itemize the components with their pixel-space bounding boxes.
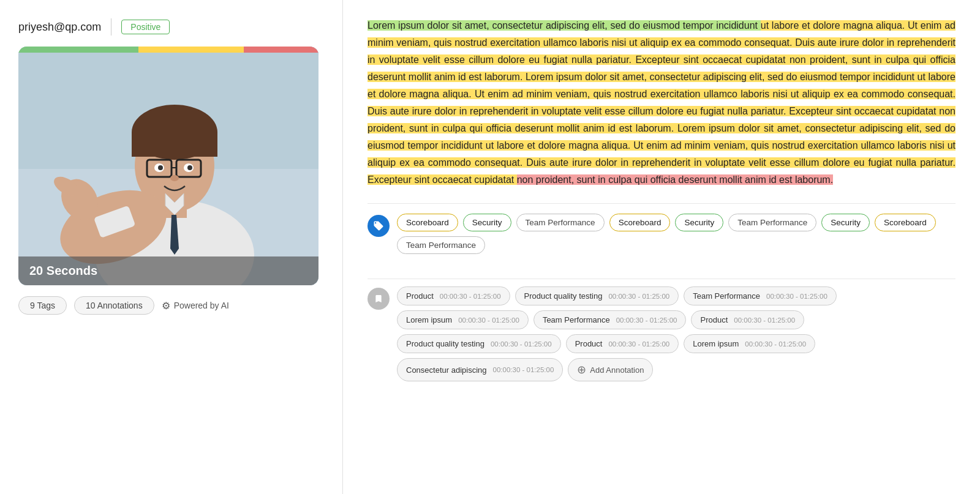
- annotation-chip-team-performance-1[interactable]: Team Performance 00:00:30 - 01:25:00: [684, 286, 837, 305]
- tags-section-icon: [368, 215, 390, 237]
- annotations-wrap: Product 00:00:30 - 01:25:00 Product qual…: [397, 286, 956, 381]
- header-row: priyesh@qp.com Positive: [18, 18, 324, 36]
- annotations-button[interactable]: 10 Annotations: [74, 296, 154, 315]
- add-icon: ⊕: [577, 363, 586, 376]
- ai-label: ⚙ Powered by AI: [162, 300, 229, 312]
- user-email: priyesh@qp.com: [18, 21, 101, 34]
- annotation-chip-lorem-ipsum-2[interactable]: Lorem ipsum 00:00:30 - 01:25:00: [684, 334, 815, 353]
- positive-badge[interactable]: Positive: [121, 20, 170, 34]
- svg-rect-6: [132, 132, 217, 157]
- tag-chip-scoreboard-1[interactable]: Scoreboard: [397, 214, 458, 231]
- annotations-section: Product 00:00:30 - 01:25:00 Product qual…: [368, 279, 956, 389]
- svg-point-13: [187, 165, 192, 170]
- tags-wrap: Scoreboard Security Team Performance Sco…: [397, 214, 956, 254]
- annotation-chip-product-quality-2[interactable]: Product quality testing 00:00:30 - 01:25…: [397, 334, 561, 353]
- tag-chip-scoreboard-3[interactable]: Scoreboard: [875, 214, 936, 231]
- color-segment-green: [18, 47, 138, 53]
- video-duration: 20 Seconds: [18, 256, 318, 285]
- text-block: Lorem ipsum dolor sit amet, consectetur …: [368, 17, 956, 189]
- tag-chip-team-performance-2[interactable]: Team Performance: [728, 214, 816, 231]
- highlight-yellow-text-2: Duis aute irure dolor in reprehenderit i…: [368, 37, 956, 185]
- annotation-chip-team-performance-2[interactable]: Team Performance 00:00:30 - 01:25:00: [533, 310, 687, 329]
- tags-button[interactable]: 9 Tags: [18, 296, 67, 315]
- tag-chip-security-3[interactable]: Security: [821, 214, 870, 231]
- svg-point-14: [170, 175, 179, 181]
- highlight-red-text: non proident, sunt in culpa qui officia …: [517, 174, 833, 185]
- tag-chip-scoreboard-2[interactable]: Scoreboard: [609, 214, 671, 231]
- tag-chip-team-performance-1[interactable]: Team Performance: [516, 214, 605, 231]
- annotation-chip-consectetur[interactable]: Consectetur adipiscing 00:00:30 - 01:25:…: [397, 358, 563, 381]
- color-segment-red: [244, 47, 319, 53]
- add-annotation-button[interactable]: ⊕ Add Annotation: [568, 358, 653, 381]
- vertical-divider: [111, 18, 111, 36]
- svg-point-12: [158, 165, 163, 170]
- annotation-chip-product-3[interactable]: Product 00:00:30 - 01:25:00: [566, 334, 679, 353]
- color-segment-yellow: [138, 47, 244, 53]
- annotation-chip-product-quality-1[interactable]: Product quality testing 00:00:30 - 01:25…: [515, 286, 679, 305]
- tag-chip-security-2[interactable]: Security: [675, 214, 723, 231]
- tag-chip-security-1[interactable]: Security: [463, 214, 511, 231]
- right-panel: Lorem ipsum dolor sit amet, consectetur …: [343, 0, 980, 494]
- tag-chip-team-performance-3[interactable]: Team Performance: [397, 236, 485, 254]
- annotation-chip-product-2[interactable]: Product 00:00:30 - 01:25:00: [691, 310, 804, 329]
- ai-icon: ⚙: [162, 300, 170, 312]
- highlight-green-text: Lorem ipsum dolor sit amet, consectetur …: [368, 20, 761, 31]
- annotation-chip-lorem-ipsum-1[interactable]: Lorem ipsum 00:00:30 - 01:25:00: [397, 310, 529, 329]
- video-container[interactable]: 20 Seconds: [18, 47, 318, 285]
- bookmark-icon: [374, 294, 383, 304]
- color-bar: [18, 47, 318, 53]
- video-placeholder: [18, 47, 318, 285]
- annotations-section-icon: [368, 288, 390, 310]
- tags-section: Scoreboard Security Team Performance Sco…: [368, 203, 956, 264]
- meta-row: 9 Tags 10 Annotations ⚙ Powered by AI: [18, 296, 324, 315]
- annotation-chip-product-1[interactable]: Product 00:00:30 - 01:25:00: [397, 286, 510, 305]
- left-panel: priyesh@qp.com Positive: [0, 0, 343, 494]
- person-svg: [18, 47, 318, 285]
- tag-icon: [373, 220, 384, 231]
